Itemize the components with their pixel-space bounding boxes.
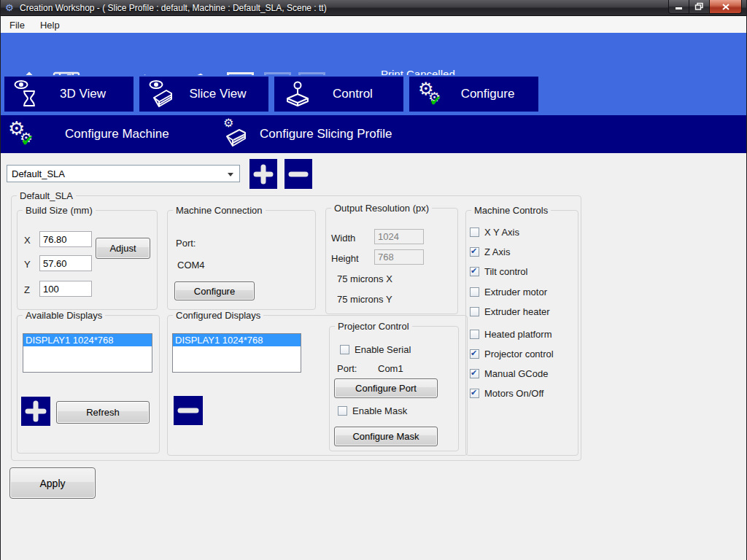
checkbox-icon — [338, 406, 347, 416]
configure-slicing-icon — [222, 117, 254, 151]
add-profile-button[interactable] — [249, 159, 277, 189]
menu-bar: File Help — [1, 17, 747, 33]
configure-machine-panel: Default_SLA Default_SLA Build Size (mm) … — [1, 153, 747, 560]
configure-mask-button[interactable]: Configure Mask — [334, 427, 438, 446]
configure-gears-icon — [418, 79, 447, 109]
tab-slice-view[interactable]: Slice View — [139, 77, 268, 112]
checkbox-enable-mask[interactable]: Enable Mask — [338, 405, 407, 416]
close-button[interactable] — [709, 0, 742, 14]
configure-machine-icon — [8, 117, 43, 151]
main-tab-bar: 3D View Slice View — [1, 75, 747, 115]
checkbox-extruder-motor[interactable]: Extruder motor — [470, 287, 547, 298]
checkbox-extruder-heater[interactable]: Extruder heater — [470, 306, 550, 317]
height-label: Height — [331, 253, 359, 264]
build-z-field[interactable] — [39, 281, 92, 297]
tab-label: 3D View — [42, 87, 133, 101]
checkbox-xy-axis[interactable]: X Y Axis — [470, 227, 519, 238]
build-y-field[interactable] — [39, 255, 92, 271]
toolbar: Print Cancelled Elapsed 00:00:22 of 00:1… — [1, 33, 747, 75]
machine-controls-title: Machine Controls — [471, 205, 551, 216]
tab-label: Slice View — [177, 87, 268, 101]
checkbox-z-axis[interactable]: Z Axis — [470, 246, 510, 257]
subtab-configure-slicing-profile[interactable]: Configure Slicing Profile — [222, 115, 392, 153]
checkbox-icon — [470, 330, 479, 339]
app-logo-icon — [5, 2, 16, 13]
checkbox-icon — [470, 369, 479, 378]
plus-icon — [26, 401, 46, 421]
close-icon — [722, 4, 729, 10]
checkbox-icon — [340, 345, 349, 354]
checkbox-icon — [470, 349, 479, 359]
checkbox-manual-gcode[interactable]: Manual GCode — [470, 368, 548, 379]
list-item[interactable]: DISPLAY1 747*560 — [173, 334, 301, 346]
configured-displays-title: Configured Displays — [173, 310, 263, 321]
restore-button[interactable] — [689, 0, 709, 14]
tab-control[interactable]: Control — [274, 77, 403, 112]
tab-configure[interactable]: Configure — [409, 77, 538, 112]
checkbox-heated-platform[interactable]: Heated platform — [470, 329, 552, 340]
height-field — [374, 249, 424, 265]
checkbox-tilt-control[interactable]: Tilt control — [470, 266, 527, 277]
checkbox-icon — [470, 389, 479, 398]
remove-profile-button[interactable] — [285, 159, 312, 189]
configure-connection-button[interactable]: Configure — [174, 281, 255, 300]
projector-control-title: Projector Control — [335, 321, 412, 332]
add-display-button[interactable] — [21, 397, 50, 426]
x-label: X — [24, 235, 31, 246]
subtab-label: Configure Slicing Profile — [260, 127, 392, 141]
minimize-button[interactable] — [668, 0, 689, 14]
available-displays-title: Available Displays — [23, 310, 105, 321]
connection-port-label: Port: — [176, 238, 196, 249]
build-x-field[interactable] — [39, 231, 92, 247]
machine-connection-title: Machine Connection — [173, 205, 266, 216]
checkbox-icon — [470, 247, 479, 257]
projector-port-label: Port: — [337, 363, 357, 374]
joystick-icon — [283, 79, 312, 109]
apply-button[interactable]: Apply — [9, 467, 96, 499]
tab-label: Control — [312, 87, 403, 101]
checkbox-icon — [470, 228, 479, 237]
connection-port-value: COM4 — [177, 260, 205, 271]
plus-icon — [254, 165, 273, 184]
remove-display-button[interactable] — [174, 396, 203, 425]
window-title: Creation Workshop - ( Slice Profile : de… — [20, 3, 327, 13]
chevron-down-icon — [228, 173, 233, 176]
tab-3d-view[interactable]: 3D View — [4, 77, 133, 112]
menu-file[interactable]: File — [3, 18, 31, 33]
y-label: Y — [24, 259, 31, 270]
checkbox-enable-serial[interactable]: Enable Serial — [340, 344, 411, 355]
checkbox-icon — [470, 307, 479, 316]
checkbox-icon — [470, 267, 479, 276]
configured-displays-list[interactable]: DISPLAY1 747*560 — [172, 333, 301, 373]
subtab-configure-machine[interactable]: Configure Machine — [8, 115, 169, 153]
subtab-label: Configure Machine — [65, 127, 169, 141]
machine-profile-selected: Default_SLA — [12, 168, 65, 179]
checkbox-projector-control[interactable]: Projector control — [470, 349, 554, 359]
tab-label: Configure — [447, 87, 538, 101]
window-controls — [668, 0, 742, 14]
z-label: Z — [24, 284, 30, 295]
minimize-icon — [676, 4, 683, 10]
app-window: Creation Workshop - ( Slice Profile : de… — [0, 0, 747, 560]
machine-profile-group-title: Default_SLA — [17, 190, 76, 201]
slice-view-icon — [148, 79, 177, 109]
machine-profile-select[interactable]: Default_SLA — [7, 165, 240, 182]
title-bar: Creation Workshop - ( Slice Profile : de… — [1, 0, 747, 16]
build-size-title: Build Size (mm) — [23, 205, 96, 216]
output-resolution-title: Output Resolution (px) — [331, 203, 432, 214]
configure-sub-tab-bar: Configure Machine Configure Slicing Prof… — [1, 115, 747, 153]
configure-port-button[interactable]: Configure Port — [334, 378, 438, 398]
minus-icon — [178, 400, 198, 421]
minus-icon — [289, 165, 308, 184]
menu-help[interactable]: Help — [34, 18, 66, 33]
width-label: Width — [331, 233, 355, 244]
adjust-button[interactable]: Adjust — [96, 238, 150, 259]
available-displays-list[interactable]: DISPLAY1 747*560 — [23, 333, 152, 373]
checkbox-motors-onoff[interactable]: Motors On/Off — [470, 388, 543, 399]
refresh-button[interactable]: Refresh — [56, 401, 150, 424]
width-field — [374, 229, 424, 244]
checkbox-icon — [470, 287, 479, 297]
microns-x-label: 75 microns X — [337, 273, 392, 284]
restore-icon — [695, 3, 703, 10]
list-item[interactable]: DISPLAY1 747*560 — [23, 334, 152, 346]
